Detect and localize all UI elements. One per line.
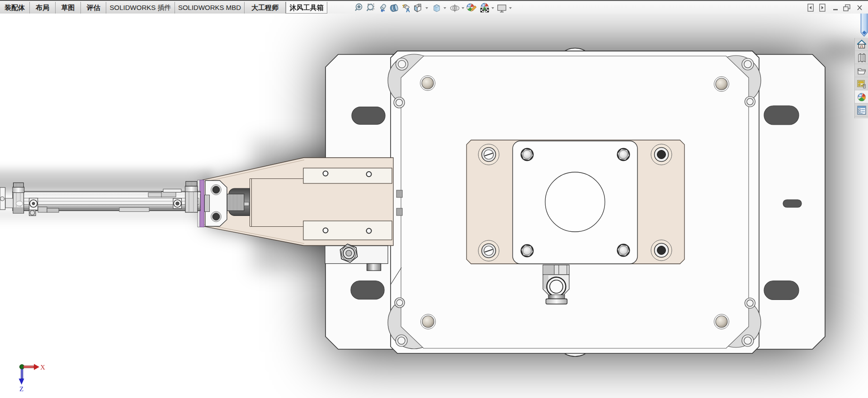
svg-text:A: A <box>406 7 410 14</box>
svg-text:X: X <box>40 364 45 371</box>
svg-text:Z: Z <box>19 385 24 393</box>
